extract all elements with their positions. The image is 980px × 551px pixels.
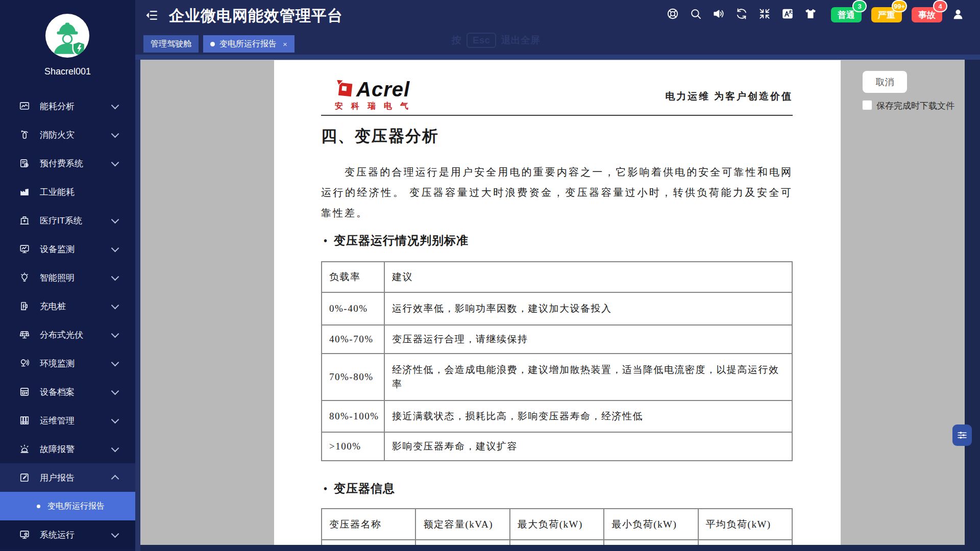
app-title: 企业微电网能效管理平台: [169, 6, 343, 27]
brand-subtitle: 安 科 瑞 电 气: [335, 101, 411, 112]
sidebar-item-环境监测[interactable]: 环境监测: [0, 349, 135, 378]
bullet-icon: [37, 505, 40, 508]
table-header-cell: 平均负荷(kW): [698, 509, 792, 540]
sidebar-item-工业能耗[interactable]: 工业能耗: [0, 178, 135, 206]
alarm-badge-normal[interactable]: 普通3: [831, 0, 862, 23]
sidebar-item-能耗分析[interactable]: 能耗分析: [0, 92, 135, 120]
sidebar-menu: 能耗分析消防火灾预付费系统工业能耗医疗IT系统设备监测智能照明充电桩分布式光伏环…: [0, 92, 135, 549]
tab-管理驾驶舱[interactable]: 管理驾驶舱: [143, 35, 199, 53]
device-monitor-icon: [18, 243, 31, 255]
fire-extinguisher-icon: [18, 129, 31, 141]
table-row: [322, 540, 792, 545]
sidebar-item-医疗IT系统[interactable]: 医疗IT系统: [0, 206, 135, 235]
sidebar-item-label: 系统运行: [40, 529, 112, 541]
ops-icon: [18, 414, 31, 427]
sidebar-item-运维管理[interactable]: 运维管理: [0, 406, 135, 435]
sidebar-item-设备监测[interactable]: 设备监测: [0, 235, 135, 263]
sidebar-item-分布式光伏[interactable]: 分布式光伏: [0, 320, 135, 349]
download-checkbox[interactable]: [862, 100, 872, 110]
sidebar-item-故障报警[interactable]: 故障报警: [0, 435, 135, 463]
brand-slogan: 电力运维 为客户创造价值: [665, 90, 793, 103]
table-cell: 影响变压器寿命，建议扩容: [384, 432, 792, 461]
cancel-button[interactable]: 取消: [863, 71, 907, 93]
chevron-down-icon: [111, 130, 119, 138]
hospital-icon: [18, 214, 31, 227]
table-cell: 经济性低，会造成电能浪费，建议增加散热装置，适当降低电流密度，以提高运行效率: [384, 354, 792, 400]
sidebar-item-label: 智能照明: [40, 272, 112, 284]
chevron-down-icon: [111, 415, 119, 423]
sidebar-subitem-变电所运行报告[interactable]: 变电所运行报告: [0, 492, 135, 520]
sidebar-scrollbar[interactable]: [135, 0, 140, 551]
alarm-badge-count: 4: [933, 0, 947, 12]
table-cell: 接近满载状态，损耗比高，影响变压器寿命，经济性低: [384, 400, 792, 432]
tab-变电所运行报告[interactable]: 变电所运行报告×: [203, 35, 295, 53]
tab-label: 管理驾驶舱: [151, 39, 191, 49]
sidebar-item-label: 设备档案: [40, 386, 112, 398]
table-cell: 80%-100%: [322, 400, 384, 432]
report-heading: 四、变压器分析: [321, 126, 439, 147]
table-cell: [510, 540, 604, 545]
sidebar-item-label: 预付费系统: [40, 158, 112, 169]
chevron-down-icon: [111, 358, 119, 366]
table-header-cell: 最大负荷(kW): [510, 509, 604, 540]
chevron-down-icon: [111, 444, 119, 452]
esc-fullscreen-hint: 按 Esc 退出全屏: [452, 33, 540, 48]
vertical-scroll-track[interactable]: [965, 60, 980, 551]
report-paragraph: 变压器的合理运行是用户安全用电的重要内容之一，它影响着供电的安全可靠性和电网运行…: [321, 162, 793, 223]
header-rule: [321, 115, 793, 116]
sidebar-subitem-label: 变电所运行报告: [47, 501, 105, 512]
sidebar-item-label: 能耗分析: [40, 101, 112, 112]
user-icon[interactable]: [951, 8, 965, 21]
download-checkbox-label: 保存完成时下载文件: [876, 100, 954, 112]
section1-title: 变压器运行情况判别标准: [324, 233, 469, 248]
sidebar-item-系统运行[interactable]: 系统运行: [0, 520, 135, 549]
section2-title: 变压器信息: [324, 481, 395, 496]
alarm-badges: 普通3严重99+事故4: [831, 0, 942, 23]
table-row: 70%-80%经济性低，会造成电能浪费，建议增加散热装置，适当降低电流密度，以提…: [322, 354, 792, 400]
sidebar-item-用户报告[interactable]: 用户报告: [0, 463, 135, 492]
table-cell: [698, 540, 792, 545]
theme-icon[interactable]: [804, 7, 817, 20]
sidebar-item-充电桩[interactable]: 充电桩: [0, 292, 135, 320]
factory-icon: [18, 186, 31, 198]
header: 企业微电网能效管理平台 按 Esc 退出全屏 普通3严重99+事故4 管理驾驶舱…: [135, 0, 980, 55]
tabbar-underline: [135, 55, 980, 60]
help-icon[interactable]: [666, 7, 679, 20]
alarm-badge-accident[interactable]: 事故4: [912, 0, 942, 23]
sidebar-item-label: 医疗IT系统: [40, 215, 112, 227]
brand-name: Acrel: [356, 79, 410, 100]
collapse-menu-icon[interactable]: [144, 8, 160, 23]
table-row: >100%影响变压器寿命，建议扩容: [322, 432, 792, 461]
table-header-cell: 额定容量(kVA): [415, 509, 509, 540]
translate-icon[interactable]: [781, 7, 794, 20]
alarm-badge-severe[interactable]: 严重99+: [871, 0, 902, 23]
tab-bar: 管理驾驶舱变电所运行报告×: [143, 35, 295, 53]
sidebar-item-设备档案[interactable]: 设备档案: [0, 378, 135, 406]
alarm-icon: [18, 443, 31, 455]
close-tab-icon[interactable]: ×: [283, 40, 287, 48]
user-avatar[interactable]: [45, 14, 89, 58]
sidebar-item-智能照明[interactable]: 智能照明: [0, 263, 135, 292]
chevron-down-icon: [111, 158, 119, 166]
active-tab-dot: [210, 42, 215, 46]
alarm-badge-count: 3: [852, 0, 867, 12]
table-row: 80%-100%接近满载状态，损耗比高，影响变压器寿命，经济性低: [322, 400, 792, 432]
ev-charger-icon: [18, 300, 31, 312]
report-page: Acrel 安 科 瑞 电 气 电力运维 为客户创造价值 四、变压器分析 变压器…: [274, 60, 841, 545]
sidebar-item-预付费系统[interactable]: 预付费系统: [0, 149, 135, 178]
sidebar-item-label: 故障报警: [40, 443, 112, 455]
volume-icon[interactable]: [712, 7, 725, 20]
table-cell: 变压器运行合理，请继续保持: [384, 325, 792, 354]
prepaid-icon: [18, 157, 31, 169]
horizontal-scroll-track[interactable]: [140, 545, 980, 551]
chevron-down-icon: [111, 272, 119, 281]
acrel-logo-mark: [334, 79, 355, 99]
sidebar-item-消防火灾[interactable]: 消防火灾: [0, 120, 135, 149]
chevron-down-icon: [111, 244, 119, 252]
search-icon[interactable]: [689, 7, 702, 20]
report-settings-button[interactable]: [952, 424, 972, 446]
refresh-icon[interactable]: [735, 7, 748, 20]
chevron-down-icon: [111, 387, 119, 395]
exit-fullscreen-icon[interactable]: [758, 7, 771, 20]
esc-hint-prefix: 按: [452, 34, 461, 47]
